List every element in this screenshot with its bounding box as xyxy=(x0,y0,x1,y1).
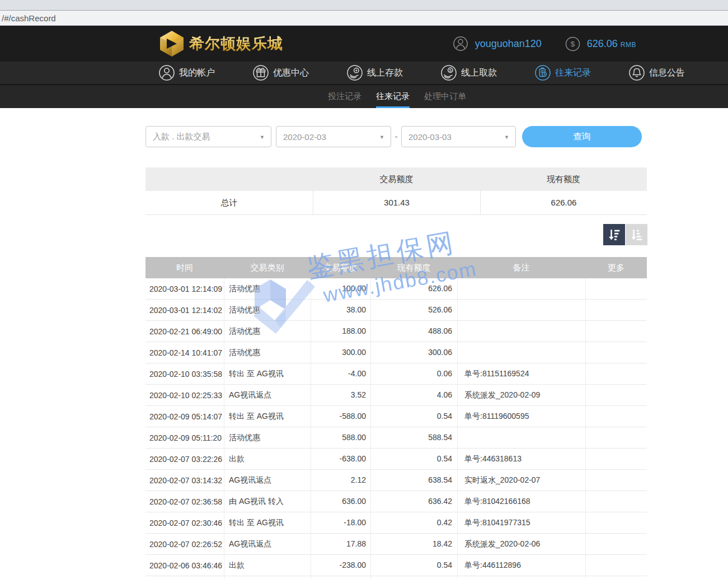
cell-balance: 0.54 xyxy=(370,555,457,576)
cell-time: 2020-02-09 05:14:07 xyxy=(145,412,224,421)
site-header: 希尔顿娱乐城 youguohan120 $ 626.06RMB xyxy=(0,26,728,62)
sort-controls xyxy=(603,224,647,245)
cell-amount xyxy=(311,576,370,579)
date-from-select[interactable]: 2020-02-03 ▼ xyxy=(276,126,391,147)
table-row[interactable]: 2020-02-07 02:26:52 AG视讯返点 17.88 18.42 系… xyxy=(145,534,647,555)
tab-betting-records[interactable]: 投注记录 xyxy=(328,85,361,106)
svg-text:$: $ xyxy=(571,40,575,48)
cell-type: 转出 至 AG视讯 xyxy=(224,512,311,533)
search-button[interactable]: 查询 xyxy=(522,126,642,147)
account-info[interactable]: youguohan120 xyxy=(453,36,542,52)
cell-time: 2020-02-07 03:14:32 xyxy=(145,476,224,485)
nav-item-cash-records[interactable]: 往来记录 xyxy=(534,64,591,81)
tab-processing-orders[interactable]: 处理中订单 xyxy=(424,85,466,106)
cell-balance: 488.06 xyxy=(370,321,457,342)
cell-type: 活动优惠 xyxy=(224,278,311,299)
cell-balance xyxy=(370,576,457,579)
transaction-type-value: 入款 . 出款交易 xyxy=(153,132,210,142)
table-row[interactable]: 2020-02-10 02:25:33 AG视讯返点 3.52 4.06 系统派… xyxy=(145,385,647,406)
cell-time: 2020-02-09 05:11:20 xyxy=(145,433,224,442)
cell-type: 活动优惠 xyxy=(224,300,311,320)
nav-label: 我的帐户 xyxy=(179,67,215,79)
date-from-value: 2020-02-03 xyxy=(283,132,326,142)
sort-descending-icon xyxy=(607,228,621,242)
balance-amount: 626.06 xyxy=(587,38,618,49)
cell-amount: 38.00 xyxy=(311,300,370,320)
table-row[interactable]: 2020-02-07 03:22:26 出款 -638.00 0.54 单号:4… xyxy=(145,449,647,470)
table-row[interactable]: 2020-02-10 03:35:58 转出 至 AG视讯 -4.00 0.06… xyxy=(145,363,647,385)
cell-time: 2020-02-07 03:22:26 xyxy=(145,455,224,464)
cell-type: AG视讯返点 xyxy=(224,470,311,491)
transactions-table: 时间 交易类别 交易额度 现有额度 备注 更多 2020-03-01 12:14… xyxy=(145,257,647,579)
cell-remark: 单号:446112896 xyxy=(457,555,585,576)
balance-info[interactable]: $ 626.06RMB xyxy=(565,36,636,52)
nav-item-announcements[interactable]: 信息公告 xyxy=(628,64,685,81)
sort-ascending-button[interactable] xyxy=(626,224,647,245)
summary-current-total: 626.06 xyxy=(480,191,647,214)
header-more: 更多 xyxy=(585,263,647,273)
cell-time: 2020-02-14 10:41:07 xyxy=(145,348,224,357)
nav-item-my-account[interactable]: 我的帐户 xyxy=(158,64,215,81)
cell-remark: 单号:81041977315 xyxy=(457,512,585,533)
site-logo[interactable]: 希尔顿娱乐城 xyxy=(159,30,283,57)
cell-amount: 17.88 xyxy=(311,534,370,554)
table-row[interactable]: 2020-02-09 05:11:20 活动优惠 588.00 588.54 xyxy=(145,427,647,449)
cell-type: 出款 xyxy=(224,449,311,469)
cell-remark: 单号:81151169524 xyxy=(457,363,585,384)
browser-address-bar[interactable]: /#/cashRecord xyxy=(0,11,728,26)
cell-amount: 188.00 xyxy=(311,321,370,342)
header-amount: 交易额度 xyxy=(311,263,370,273)
table-row[interactable]: 2020-02-06 03:46:46 出款 -238.00 0.54 单号:4… xyxy=(145,555,647,576)
nav-label: 往来记录 xyxy=(555,67,591,79)
nav-item-promotions[interactable]: 优惠中心 xyxy=(252,64,309,81)
sort-descending-button[interactable] xyxy=(603,224,625,245)
date-to-select[interactable]: 2020-03-03 ▼ xyxy=(401,126,516,147)
cell-balance: 0.54 xyxy=(370,406,457,427)
cell-type xyxy=(224,576,311,579)
cell-more xyxy=(585,385,647,405)
cell-remark: 单号:81119600595 xyxy=(457,406,585,427)
tab-cash-records[interactable]: 往来记录 xyxy=(376,85,410,108)
header-remark: 备注 xyxy=(457,263,585,273)
nav-item-deposit[interactable]: 线上存款 xyxy=(346,64,403,81)
nav-item-withdraw[interactable]: $ 线上取款 xyxy=(440,64,497,81)
transactions-body: 2020-03-01 12:14:09 活动优惠 100.00 626.06 2… xyxy=(145,278,647,579)
gift-icon xyxy=(252,64,269,81)
table-row[interactable]: 2020-03-01 12:14:02 活动优惠 38.00 526.06 xyxy=(145,300,647,321)
table-row[interactable] xyxy=(145,576,647,579)
table-row[interactable]: 2020-03-01 12:14:09 活动优惠 100.00 626.06 xyxy=(145,278,647,300)
table-row[interactable]: 2020-02-07 02:36:58 由 AG视讯 转入 636.00 636… xyxy=(145,491,647,512)
table-row[interactable]: 2020-02-21 06:49:00 活动优惠 188.00 488.06 xyxy=(145,321,647,342)
table-row[interactable]: 2020-02-14 10:41:07 活动优惠 300.00 300.06 xyxy=(145,342,647,363)
cell-type: AG视讯返点 xyxy=(224,385,311,405)
cell-balance: 0.06 xyxy=(370,363,457,384)
cell-time: 2020-02-07 02:26:52 xyxy=(145,540,224,549)
cell-more xyxy=(585,449,647,469)
cell-type: 活动优惠 xyxy=(224,427,311,448)
cell-amount: -238.00 xyxy=(311,555,370,576)
cell-more xyxy=(585,363,647,384)
cell-time: 2020-02-10 03:35:58 xyxy=(145,370,224,379)
cell-amount: -588.00 xyxy=(311,406,370,427)
cell-more xyxy=(585,512,647,533)
balance-currency: RMB xyxy=(621,41,636,49)
username[interactable]: youguohan120 xyxy=(475,38,542,50)
table-row[interactable]: 2020-02-09 05:14:07 转出 至 AG视讯 -588.00 0.… xyxy=(145,406,647,427)
cell-type: 转出 至 AG视讯 xyxy=(224,406,311,427)
cell-amount: 3.52 xyxy=(311,385,370,405)
cell-amount: 2.12 xyxy=(311,470,370,491)
user-avatar-icon xyxy=(453,36,468,52)
table-row[interactable]: 2020-02-07 03:14:32 AG视讯返点 2.12 638.54 实… xyxy=(145,470,647,491)
cell-type: 活动优惠 xyxy=(224,342,311,363)
summary-header-current: 现有额度 xyxy=(480,174,647,185)
cell-more xyxy=(585,342,647,363)
address-url[interactable]: /#/cashRecord xyxy=(0,13,56,23)
cell-balance: 588.54 xyxy=(370,427,457,448)
nav-label: 线上取款 xyxy=(461,67,497,79)
transaction-type-select[interactable]: 入款 . 出款交易 ▼ xyxy=(145,126,271,147)
cell-time: 2020-02-07 02:36:58 xyxy=(145,497,224,506)
table-row[interactable]: 2020-02-07 02:30:46 转出 至 AG视讯 -18.00 0.4… xyxy=(145,512,647,534)
cell-type: 转出 至 AG视讯 xyxy=(224,363,311,384)
cell-remark: 单号:446318613 xyxy=(457,449,585,469)
transactions-header-row: 时间 交易类别 交易额度 现有额度 备注 更多 xyxy=(145,257,647,278)
